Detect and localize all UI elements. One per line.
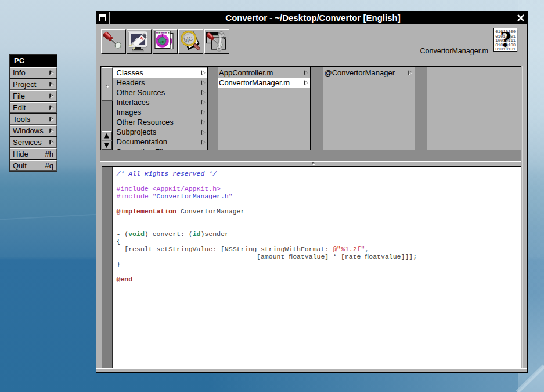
svg-text:?: ? — [500, 28, 512, 52]
svg-text:.m: .m — [159, 38, 164, 43]
